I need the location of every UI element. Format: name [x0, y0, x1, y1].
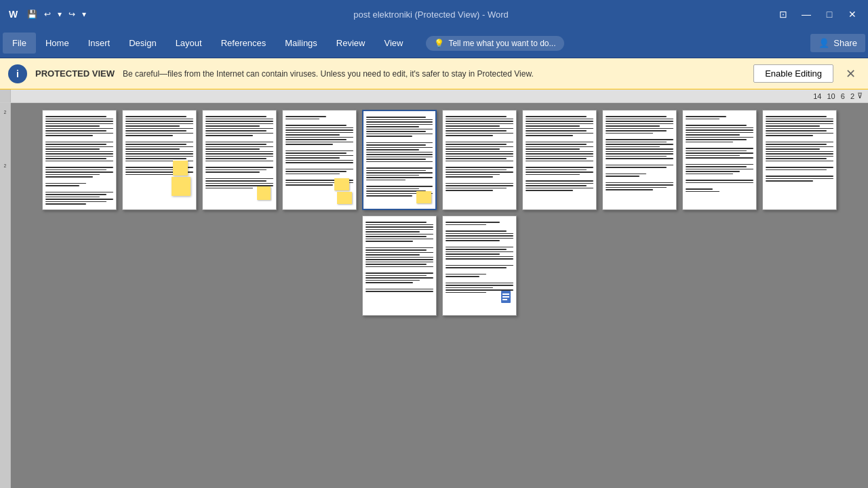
- tell-me-input[interactable]: 💡 Tell me what you want to do...: [426, 36, 564, 51]
- page-thumbnail-5[interactable]: [362, 110, 437, 210]
- page-content-7: [526, 115, 593, 194]
- sticky-notes-4: [334, 178, 352, 204]
- menu-design[interactable]: Design: [119, 33, 165, 54]
- protected-view-label: PROTECTED VIEW: [35, 68, 115, 79]
- page-thumbnail-4[interactable]: [282, 110, 357, 210]
- help-button[interactable]: ⊡: [773, 4, 793, 24]
- page-thumbnail-7[interactable]: [522, 110, 597, 210]
- sticky-note: [173, 161, 188, 176]
- menu-view[interactable]: View: [374, 33, 412, 54]
- protected-view-message: Be careful—files from the Internet can c…: [123, 69, 745, 79]
- ruler-corner: [0, 89, 11, 102]
- page-thumbnail-9[interactable]: [682, 110, 757, 210]
- menu-home[interactable]: Home: [36, 33, 79, 54]
- title-bar-left: W 💾 ↩ ▾ ↪ ▾: [5, 6, 89, 22]
- ruler-numbers: 14 10 6 2 ⊽: [813, 92, 863, 100]
- sticky-note-2: [172, 177, 191, 196]
- page-row-2: [362, 216, 517, 316]
- close-button[interactable]: ✕: [842, 4, 863, 24]
- page-content-8: [606, 115, 673, 193]
- protected-view-icon: i: [8, 64, 27, 83]
- page-content-12: [446, 220, 513, 296]
- protected-view-bar: i PROTECTED VIEW Be careful—files from t…: [0, 58, 868, 89]
- protected-view-close-button[interactable]: ✕: [842, 65, 860, 83]
- menu-mailings[interactable]: Mailings: [275, 33, 327, 54]
- redo-button[interactable]: ↪: [66, 7, 78, 22]
- menu-bar: File Home Insert Design Layout Reference…: [0, 28, 868, 58]
- page-content-5: [366, 115, 433, 199]
- window-controls: ⊡ — □ ✕: [773, 4, 863, 24]
- menu-file[interactable]: File: [3, 33, 36, 54]
- maximize-button[interactable]: □: [819, 4, 840, 24]
- horizontal-ruler: 14 10 6 2 ⊽: [0, 89, 868, 103]
- document-title: post elektroniki (Protected View) - Word: [89, 9, 773, 20]
- page-thumbnail-6[interactable]: [442, 110, 517, 210]
- quick-access-toolbar: 💾 ↩ ▾ ↪ ▾: [24, 7, 89, 22]
- sticky-notes-5: [416, 191, 431, 203]
- page-thumbnail-10[interactable]: [762, 110, 837, 210]
- page-thumbnail-3[interactable]: [202, 110, 277, 210]
- page-thumbnail-1[interactable]: [42, 110, 117, 210]
- page-content-4: [285, 115, 353, 188]
- title-bar: W 💾 ↩ ▾ ↪ ▾ post elektroniki (Protected …: [0, 0, 868, 28]
- vertical-ruler: 2 2: [0, 103, 11, 488]
- page-content-3: [205, 115, 273, 191]
- page-thumbnail-8[interactable]: [602, 110, 677, 210]
- save-button[interactable]: 💾: [24, 7, 40, 22]
- page-content-6: [446, 115, 513, 194]
- page-content-1: [45, 115, 113, 210]
- page-content-11: [366, 220, 433, 295]
- enable-editing-button[interactable]: Enable Editing: [753, 64, 833, 83]
- document-area[interactable]: 2 2: [0, 103, 868, 488]
- minimize-button[interactable]: —: [796, 4, 816, 24]
- page-thumbnail-2[interactable]: [122, 110, 197, 210]
- share-button[interactable]: 👤 Share: [810, 34, 865, 52]
- doc-icon-12: [498, 289, 513, 307]
- undo-dropdown[interactable]: ▾: [55, 7, 64, 22]
- svg-text:W: W: [9, 9, 18, 20]
- lightbulb-icon: 💡: [434, 39, 444, 48]
- person-icon: 👤: [818, 38, 829, 48]
- page-content-10: [766, 115, 833, 184]
- menu-review[interactable]: Review: [327, 33, 375, 54]
- svg-rect-3: [502, 293, 509, 295]
- menu-right: 👤 Share: [810, 34, 865, 52]
- page-thumbnail-12[interactable]: [442, 216, 517, 316]
- svg-rect-5: [502, 299, 507, 300]
- menu-references[interactable]: References: [212, 33, 275, 54]
- svg-rect-4: [502, 296, 509, 298]
- customize-button[interactable]: ▾: [79, 7, 89, 22]
- page-row-1: [42, 110, 837, 210]
- menu-insert[interactable]: Insert: [79, 33, 120, 54]
- undo-button[interactable]: ↩: [41, 7, 54, 22]
- page-thumbnail-11[interactable]: [362, 216, 437, 316]
- menu-layout[interactable]: Layout: [166, 33, 212, 54]
- sticky-note-3: [257, 186, 271, 200]
- word-icon: W: [5, 6, 22, 22]
- page-content-9: [686, 115, 753, 195]
